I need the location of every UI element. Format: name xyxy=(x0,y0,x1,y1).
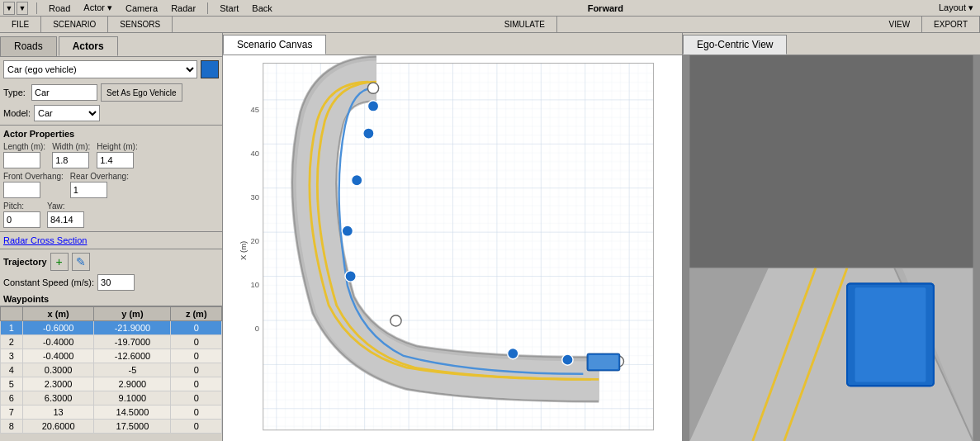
menu-file[interactable]: FILE xyxy=(8,18,32,31)
wp-dot-3[interactable] xyxy=(352,175,362,186)
wp-id: 3 xyxy=(1,349,23,363)
sep1 xyxy=(36,2,37,14)
toolbar-road[interactable]: Road xyxy=(45,2,73,14)
wp-id: 8 xyxy=(1,420,23,434)
wp-id: 7 xyxy=(1,405,23,420)
wp-y: 17.5000 xyxy=(94,420,171,434)
menu-simulate[interactable]: SIMULATE xyxy=(501,18,548,31)
wp-id: 6 xyxy=(1,391,23,405)
divider2 xyxy=(0,231,222,232)
table-row[interactable]: 1 -0.6000 -21.9000 0 xyxy=(1,321,222,335)
ego-view-svg xyxy=(683,55,980,441)
left-panel: Roads Actors Car (ego vehicle) Type: Set… xyxy=(0,33,223,441)
speed-label: Constant Speed (m/s): xyxy=(3,277,94,287)
wp-y: -19.7000 xyxy=(94,335,171,349)
wp-y: -12.6000 xyxy=(94,349,171,363)
y-tick-10: 10 xyxy=(251,280,260,289)
length-input[interactable] xyxy=(3,152,40,168)
pitch-input[interactable] xyxy=(3,211,40,228)
wp-z: 0 xyxy=(171,420,222,434)
menu-simulate-group: SIMULATE xyxy=(493,17,557,32)
menu-view-group: VIEW xyxy=(878,17,923,32)
set-ego-button[interactable]: Set As Ego Vehicle xyxy=(101,83,182,102)
wp-dot-2[interactable] xyxy=(363,128,374,139)
width-input[interactable] xyxy=(52,152,89,168)
rear-overhang-label: Rear Overhang: xyxy=(70,172,129,181)
type-label: Type: xyxy=(3,88,28,97)
wp-x: 13 xyxy=(22,405,94,420)
rear-overhang-input[interactable] xyxy=(70,182,107,198)
wp-id: 2 xyxy=(1,335,23,349)
left-tab-bar: Roads Actors xyxy=(0,33,222,57)
waypoints-table: x (m) y (m) z (m) 1 -0.6000 -21.9000 0 2… xyxy=(0,306,222,434)
tab-ego-centric[interactable]: Ego-Centric View xyxy=(683,35,787,55)
ego-vehicle-top xyxy=(855,287,926,382)
wp-dot-5[interactable] xyxy=(345,271,356,282)
table-row[interactable]: 5 2.3000 2.9000 0 xyxy=(1,377,222,391)
wp-id: 4 xyxy=(1,363,23,377)
col-id xyxy=(1,307,23,321)
toolbar-back[interactable]: Back xyxy=(249,2,275,14)
wp-y: 14.5000 xyxy=(94,405,171,420)
toolbar-forward[interactable]: Forward xyxy=(585,2,627,14)
width-label: Width (m): xyxy=(52,142,90,151)
actor-dropdown[interactable]: Car (ego vehicle) xyxy=(3,60,197,78)
nav-arrows[interactable]: ▼ ▼ xyxy=(3,2,28,15)
speed-row: Constant Speed (m/s): xyxy=(0,273,222,292)
wp-x: 6.3000 xyxy=(22,391,94,405)
type-row: Type: Set As Ego Vehicle xyxy=(0,82,222,103)
scenario-canvas[interactable]: X (m) 45 40 30 20 10 0 xyxy=(223,55,682,441)
table-row[interactable]: 7 13 14.5000 0 xyxy=(1,405,222,420)
menu-sensors[interactable]: SENSORS xyxy=(116,18,163,31)
menu-scenario-group: SCENARIO xyxy=(41,17,108,32)
yaw-label: Yaw: xyxy=(47,202,84,211)
table-row[interactable]: 3 -0.4000 -12.6000 0 xyxy=(1,349,222,363)
front-overhang-label: Front Overhang: xyxy=(3,172,64,181)
toolbar-start[interactable]: Start xyxy=(216,2,242,14)
wp-y: 9.1000 xyxy=(94,391,171,405)
tab-roads[interactable]: Roads xyxy=(0,36,57,56)
tab-actors[interactable]: Actors xyxy=(59,36,118,56)
yaw-input[interactable] xyxy=(47,211,84,228)
main-content: Roads Actors Car (ego vehicle) Type: Set… xyxy=(0,33,980,441)
menu-scenario[interactable]: SCENARIO xyxy=(50,18,99,31)
wp-dot-6[interactable] xyxy=(508,349,518,359)
radar-cross-section-link[interactable]: Radar Cross Section xyxy=(0,234,222,247)
speed-input[interactable] xyxy=(97,274,135,291)
wp-id: 1 xyxy=(1,321,23,335)
edit-waypoint-button[interactable]: ✎ xyxy=(72,253,90,271)
model-label: Model: xyxy=(3,108,31,118)
toolbar-actor[interactable]: Actor ▾ xyxy=(80,2,116,14)
y-tick-45: 45 xyxy=(251,105,260,114)
waypoints-table-container[interactable]: x (m) y (m) z (m) 1 -0.6000 -21.9000 0 2… xyxy=(0,306,222,441)
divider1 xyxy=(0,125,222,126)
wp-dot-1[interactable] xyxy=(367,101,378,111)
height-input[interactable] xyxy=(97,152,134,168)
tab-scenario-canvas[interactable]: Scenario Canvas xyxy=(223,35,326,55)
table-row[interactable]: 4 0.3000 -5 0 xyxy=(1,363,222,377)
actor-color-swatch[interactable] xyxy=(201,60,219,78)
menu-view[interactable]: VIEW xyxy=(886,18,914,31)
menu-sensors-group: SENSORS xyxy=(108,17,173,32)
y-tick-40: 40 xyxy=(251,149,260,158)
toolbar-layout[interactable]: Layout ▾ xyxy=(935,2,977,14)
type-input[interactable] xyxy=(31,84,97,101)
menubar: FILE SCENARIO SENSORS SIMULATE VIEW EXPO… xyxy=(0,17,980,33)
menu-export[interactable]: EXPORT xyxy=(930,18,971,31)
table-row[interactable]: 2 -0.4000 -19.7000 0 xyxy=(1,335,222,349)
rear-overhang-col: Rear Overhang: xyxy=(70,172,129,198)
model-dropdown[interactable]: Car xyxy=(34,105,100,121)
toolbar-radar[interactable]: Radar xyxy=(168,2,199,14)
add-waypoint-button[interactable]: + xyxy=(50,253,69,271)
arrow-left[interactable]: ▼ xyxy=(3,2,15,15)
arrow-right[interactable]: ▼ xyxy=(17,2,28,15)
wp-z: 0 xyxy=(171,321,222,335)
wp-x: 20.6000 xyxy=(22,420,94,434)
wp-open-circle xyxy=(391,315,401,326)
wp-dot-4[interactable] xyxy=(342,225,353,236)
wp-dot-7[interactable] xyxy=(562,354,573,365)
front-overhang-input[interactable] xyxy=(3,182,40,198)
table-row[interactable]: 6 6.3000 9.1000 0 xyxy=(1,391,222,405)
toolbar-camera[interactable]: Camera xyxy=(122,2,161,14)
table-row[interactable]: 8 20.6000 17.5000 0 xyxy=(1,420,222,434)
